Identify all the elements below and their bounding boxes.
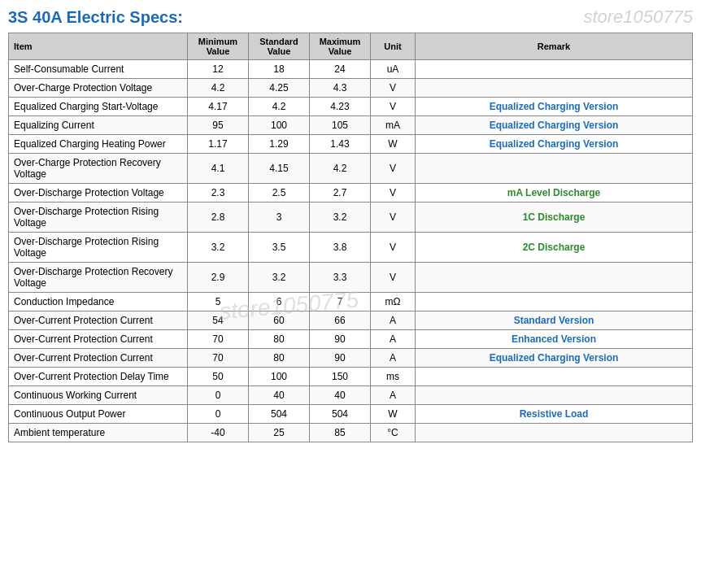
cell-std: 80 <box>249 330 310 349</box>
cell-std: 18 <box>249 60 310 79</box>
table-row: Over-Current Protection Current708090AEq… <box>9 349 693 368</box>
cell-min: 4.2 <box>188 79 249 98</box>
cell-std: 1.29 <box>249 135 310 154</box>
cell-std: 3.2 <box>249 263 310 293</box>
cell-min: 2.8 <box>188 203 249 233</box>
cell-remark: Equalized Charging Version <box>416 349 693 368</box>
cell-unit: V <box>371 98 416 116</box>
cell-max: 150 <box>310 368 371 386</box>
cell-item: Over-Current Protection Current <box>9 330 188 349</box>
cell-min: 2.9 <box>188 263 249 293</box>
cell-unit: ms <box>371 368 416 386</box>
cell-unit: V <box>371 203 416 233</box>
cell-item: Self-Consumable Current <box>9 60 188 79</box>
cell-std: 100 <box>249 368 310 386</box>
cell-remark: Enhanced Version <box>416 330 693 349</box>
cell-std: 25 <box>249 424 310 442</box>
cell-item: Continuous Working Current <box>9 386 188 405</box>
table-row: Equalized Charging Start-Voltage4.174.24… <box>9 98 693 116</box>
cell-min: 50 <box>188 368 249 386</box>
cell-max: 3.2 <box>310 203 371 233</box>
cell-unit: mA <box>371 116 416 135</box>
cell-max: 90 <box>310 330 371 349</box>
cell-unit: V <box>371 79 416 98</box>
cell-remark: mA Level Discharge <box>416 184 693 203</box>
cell-unit: mΩ <box>371 293 416 311</box>
cell-item: Over-Charge Protection Recovery Voltage <box>9 154 188 184</box>
cell-unit: V <box>371 233 416 263</box>
table-row: Over-Discharge Protection Recovery Volta… <box>9 263 693 293</box>
cell-item: Ambient temperature <box>9 424 188 442</box>
cell-max: 66 <box>310 311 371 330</box>
col-header-remark: Remark <box>416 33 693 60</box>
cell-max: 7 <box>310 293 371 311</box>
specs-table: Item MinimumValue StandardValue MaximumV… <box>8 33 693 442</box>
table-row: Over-Current Protection Current708090AEn… <box>9 330 693 349</box>
cell-max: 3.8 <box>310 233 371 263</box>
cell-unit: V <box>371 184 416 203</box>
cell-item: Continuous Output Power <box>9 405 188 424</box>
table-row: Over-Discharge Protection Rising Voltage… <box>9 233 693 263</box>
store-watermark-top: store1050775 <box>583 7 693 28</box>
cell-unit: A <box>371 311 416 330</box>
cell-std: 3.5 <box>249 233 310 263</box>
table-row: Continuous Output Power0504504WResistive… <box>9 405 693 424</box>
cell-std: 504 <box>249 405 310 424</box>
cell-min: 0 <box>188 386 249 405</box>
cell-unit: A <box>371 386 416 405</box>
cell-min: -40 <box>188 424 249 442</box>
col-header-unit: Unit <box>371 33 416 60</box>
cell-remark <box>416 154 693 184</box>
cell-remark <box>416 424 693 442</box>
cell-item: Equalizing Current <box>9 116 188 135</box>
cell-remark: Resistive Load <box>416 405 693 424</box>
cell-remark: Equalized Charging Version <box>416 116 693 135</box>
cell-unit: W <box>371 405 416 424</box>
cell-unit: V <box>371 154 416 184</box>
table-row: Self-Consumable Current121824uA <box>9 60 693 79</box>
cell-remark: 2C Discharge <box>416 233 693 263</box>
cell-max: 40 <box>310 386 371 405</box>
cell-std: 2.5 <box>249 184 310 203</box>
cell-unit: W <box>371 135 416 154</box>
table-row: Equalizing Current95100105mAEqualized Ch… <box>9 116 693 135</box>
cell-min: 4.1 <box>188 154 249 184</box>
cell-item: Conduction Impedance <box>9 293 188 311</box>
cell-max: 105 <box>310 116 371 135</box>
cell-std: 80 <box>249 349 310 368</box>
cell-remark: 1C Discharge <box>416 203 693 233</box>
cell-min: 5 <box>188 293 249 311</box>
cell-remark <box>416 368 693 386</box>
col-header-max: MaximumValue <box>310 33 371 60</box>
cell-max: 2.7 <box>310 184 371 203</box>
cell-std: 4.25 <box>249 79 310 98</box>
cell-unit: °C <box>371 424 416 442</box>
cell-remark <box>416 60 693 79</box>
table-row: Over-Current Protection Delay Time501001… <box>9 368 693 386</box>
cell-std: 6 <box>249 293 310 311</box>
cell-max: 1.43 <box>310 135 371 154</box>
cell-remark: Equalized Charging Version <box>416 135 693 154</box>
page-wrapper: 3S 40A Electric Specs: store1050775 stor… <box>0 0 701 449</box>
table-row: Over-Discharge Protection Voltage2.32.52… <box>9 184 693 203</box>
cell-max: 90 <box>310 349 371 368</box>
table-row: Equalized Charging Heating Power1.171.29… <box>9 135 693 154</box>
table-row: Over-Current Protection Current546066ASt… <box>9 311 693 330</box>
cell-min: 1.17 <box>188 135 249 154</box>
table-row: Ambient temperature-402585°C <box>9 424 693 442</box>
cell-remark: Equalized Charging Version <box>416 98 693 116</box>
cell-std: 100 <box>249 116 310 135</box>
cell-std: 3 <box>249 203 310 233</box>
cell-item: Equalized Charging Start-Voltage <box>9 98 188 116</box>
cell-item: Over-Discharge Protection Recovery Volta… <box>9 263 188 293</box>
cell-item: Over-Current Protection Delay Time <box>9 368 188 386</box>
cell-min: 3.2 <box>188 233 249 263</box>
cell-max: 3.3 <box>310 263 371 293</box>
table-row: Over-Charge Protection Recovery Voltage4… <box>9 154 693 184</box>
cell-min: 0 <box>188 405 249 424</box>
cell-item: Over-Charge Protection Voltage <box>9 79 188 98</box>
cell-remark <box>416 79 693 98</box>
table-row: Continuous Working Current04040A <box>9 386 693 405</box>
table-row: Over-Discharge Protection Rising Voltage… <box>9 203 693 233</box>
cell-min: 70 <box>188 330 249 349</box>
